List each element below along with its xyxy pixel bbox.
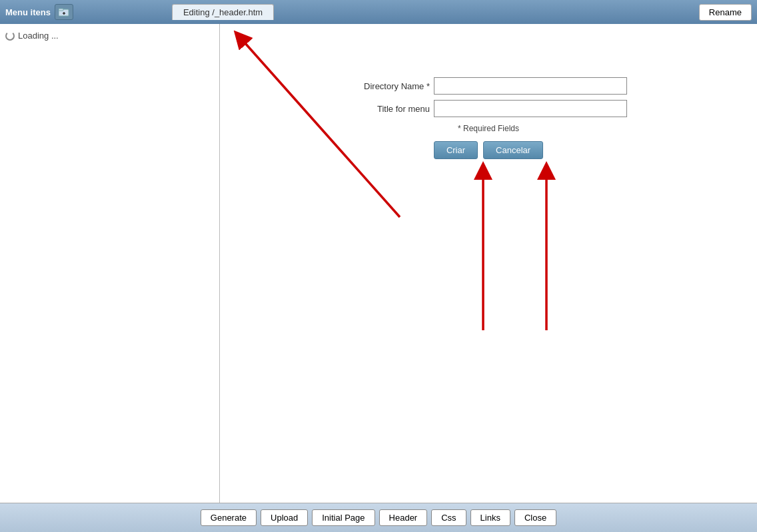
create-directory-form: Directory Name * Title for menu * Requir… — [350, 77, 627, 159]
css-button[interactable]: Css — [431, 509, 466, 526]
loading-label: Loading ... — [18, 31, 59, 41]
title-for-menu-label: Title for menu — [350, 104, 430, 114]
sidebar: Loading ... — [0, 24, 220, 503]
bottom-toolbar: Generate Upload Initial Page Header Css … — [0, 503, 757, 532]
upload-button[interactable]: Upload — [261, 509, 308, 526]
spinner-icon — [5, 31, 15, 41]
close-button[interactable]: Close — [514, 509, 556, 526]
editing-tab[interactable]: Editing /_header.htm — [172, 4, 274, 20]
form-buttons: Criar Cancelar — [434, 141, 543, 159]
header-button[interactable]: Header — [379, 509, 428, 526]
top-bar-left: Menu itens — [5, 4, 73, 20]
rename-button[interactable]: Rename — [699, 4, 752, 21]
content-area: Directory Name * Title for menu * Requir… — [220, 24, 757, 503]
directory-name-input[interactable] — [434, 77, 627, 95]
add-folder-button[interactable] — [55, 4, 73, 20]
directory-name-row: Directory Name * — [350, 77, 627, 95]
title-for-menu-row: Title for menu — [350, 100, 627, 117]
criar-button[interactable]: Criar — [434, 141, 478, 159]
required-fields-note: * Required Fields — [458, 124, 519, 133]
links-button[interactable]: Links — [470, 509, 510, 526]
generate-button[interactable]: Generate — [201, 509, 257, 526]
cancelar-button[interactable]: Cancelar — [483, 141, 543, 159]
menu-items-label: Menu itens — [5, 7, 51, 17]
initial-page-button[interactable]: Initial Page — [312, 509, 375, 526]
title-for-menu-input[interactable] — [434, 100, 627, 117]
loading-indicator: Loading ... — [5, 31, 214, 41]
directory-name-label: Directory Name * — [350, 81, 430, 91]
main-layout: Loading ... Directory Name * Title for m… — [0, 24, 757, 503]
svg-rect-1 — [59, 9, 63, 11]
top-bar: Menu itens Editing /_header.htm Rename — [0, 0, 757, 24]
